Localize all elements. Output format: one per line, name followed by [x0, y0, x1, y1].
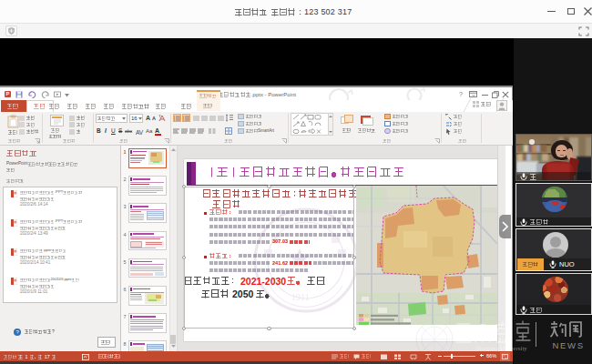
svg-text:AV: AV [136, 129, 144, 136]
svg-text:A: A [155, 127, 159, 134]
svg-text:Tsinghua University: Tsinghua University [475, 345, 527, 352]
